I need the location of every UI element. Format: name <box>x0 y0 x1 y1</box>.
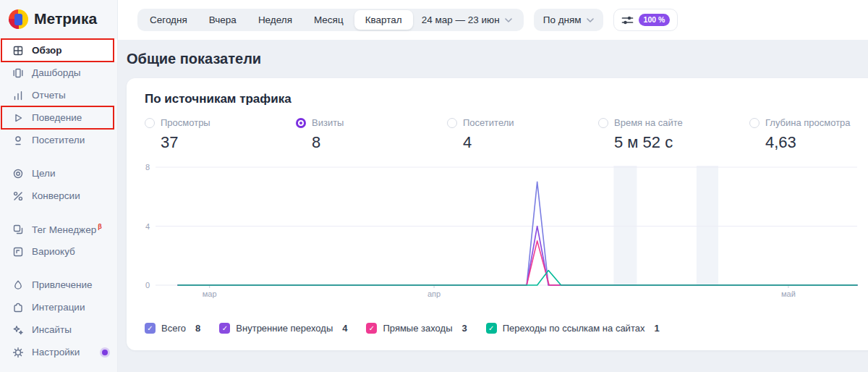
metric-visits[interactable]: Визиты 8 <box>296 117 447 152</box>
radio-unchecked-icon[interactable] <box>598 118 608 128</box>
svg-text:апр: апр <box>427 289 441 298</box>
checkbox-checked-icon[interactable]: ✓ <box>219 323 230 334</box>
granularity-selector[interactable]: По дням <box>534 9 603 31</box>
sidebar-item-label: Тег Менеджерβ <box>32 223 102 235</box>
sidebar-item-attraction[interactable]: Привлечение <box>0 274 117 296</box>
radio-unchecked-icon[interactable] <box>749 118 760 128</box>
checkbox-checked-icon[interactable]: ✓ <box>366 323 377 334</box>
sidebar-item-dashboards[interactable]: Дашборды <box>0 62 117 84</box>
sidebar-item-visitors[interactable]: Посетители <box>0 129 117 151</box>
granularity-label: По дням <box>543 14 582 25</box>
legend-value: 1 <box>654 323 659 334</box>
metrics-row: Просмотры 37 Визиты 8 Посетители 4 Время… <box>127 106 868 152</box>
play-icon <box>12 112 24 124</box>
gear-icon <box>12 347 24 358</box>
svg-text:май: май <box>781 289 796 298</box>
traffic-line-chart[interactable]: 048марапрмай <box>137 158 861 306</box>
main-area: Сегодня Вчера Неделя Месяц Квартал 24 ма… <box>118 0 868 372</box>
sampling-control[interactable]: 100 % <box>613 9 678 31</box>
sidebar-item-label: Поведение <box>32 112 82 123</box>
brand[interactable]: Метрика <box>0 0 117 38</box>
brand-name: Метрика <box>34 10 97 28</box>
sidebar-item-label: Отчеты <box>32 90 66 101</box>
tag-manager-icon <box>12 224 24 235</box>
metric-visitors[interactable]: Посетители 4 <box>447 117 598 152</box>
metric-value: 4,63 <box>765 133 868 152</box>
legend-value: 8 <box>195 323 200 334</box>
legend-value: 3 <box>461 323 467 334</box>
variocube-icon <box>12 246 24 258</box>
app-window: Метрика Обзор Дашборды Отчеты <box>0 0 868 372</box>
sparkles-icon <box>12 324 24 336</box>
bar-chart-icon <box>12 90 24 101</box>
sidebar-item-label: Конверсии <box>32 190 80 201</box>
metrica-logo-icon <box>9 9 28 29</box>
sidebar-item-label: Интеграции <box>32 302 85 313</box>
checkbox-checked-icon[interactable]: ✓ <box>145 323 156 334</box>
sidebar-item-goals[interactable]: Цели <box>0 162 117 185</box>
sidebar-item-label: Настройки <box>32 347 80 358</box>
metric-value: 4 <box>463 133 598 152</box>
date-range-selector[interactable]: 24 мар — 23 июн <box>413 14 522 25</box>
legend-item-total[interactable]: ✓ Всего 8 <box>145 323 200 334</box>
sidebar-item-label: Привлечение <box>32 279 93 290</box>
metric-depth[interactable]: Глубина просмотра 4,63 <box>749 117 868 152</box>
sidebar: Метрика Обзор Дашборды Отчеты <box>0 0 118 372</box>
sidebar-nav: Обзор Дашборды Отчеты Поведение <box>0 39 117 363</box>
legend-item-internal[interactable]: ✓ Внутренние переходы 4 <box>219 323 347 334</box>
legend-item-site-links[interactable]: ✓ Переходы по ссылкам на сайтах 1 <box>486 323 660 334</box>
sampling-badge: 100 % <box>639 14 671 26</box>
radio-checked-icon[interactable] <box>296 118 306 128</box>
sidebar-item-settings[interactable]: Настройки <box>0 341 117 363</box>
sidebar-item-label: Вариокуб <box>32 246 75 257</box>
tab-today[interactable]: Сегодня <box>139 10 198 30</box>
target-icon <box>12 168 24 179</box>
percent-icon <box>12 190 24 202</box>
svg-text:4: 4 <box>145 222 150 231</box>
radio-unchecked-icon[interactable] <box>145 118 155 128</box>
dashboards-icon <box>12 67 24 79</box>
chevron-down-icon <box>587 18 594 22</box>
sidebar-item-label: Цели <box>32 168 55 179</box>
radio-unchecked-icon[interactable] <box>447 118 457 128</box>
card-title: По источникам трафика <box>127 78 868 106</box>
sidebar-item-label: Инсайты <box>32 324 72 335</box>
sidebar-item-tag-manager[interactable]: Тег Менеджерβ <box>0 218 117 240</box>
tab-yesterday[interactable]: Вчера <box>198 10 247 30</box>
metric-value: 8 <box>312 133 447 152</box>
sidebar-item-label: Обзор <box>32 45 62 56</box>
legend-value: 4 <box>342 323 347 334</box>
sidebar-item-label: Дашборды <box>32 67 81 78</box>
date-range-tabs: Сегодня Вчера Неделя Месяц Квартал 24 ма… <box>137 9 524 31</box>
sidebar-item-reports[interactable]: Отчеты <box>0 84 117 106</box>
svg-text:мар: мар <box>203 289 217 298</box>
sidebar-item-insights[interactable]: Инсайты <box>0 318 117 341</box>
tab-quarter[interactable]: Квартал <box>354 10 413 30</box>
svg-text:0: 0 <box>145 281 150 289</box>
notification-dot <box>100 347 110 358</box>
beta-badge: β <box>98 223 102 230</box>
sidebar-item-overview[interactable]: Обзор <box>0 39 117 62</box>
sidebar-item-variocube[interactable]: Вариокуб <box>0 240 117 263</box>
flame-icon <box>12 279 24 291</box>
sliders-icon <box>621 15 634 25</box>
chevron-down-icon <box>505 18 512 22</box>
date-range-label: 24 мар — 23 июн <box>422 14 500 25</box>
svg-text:8: 8 <box>145 163 150 172</box>
person-icon <box>12 135 24 146</box>
metric-pageviews[interactable]: Просмотры 37 <box>145 117 296 152</box>
chart-legend: ✓ Всего 8 ✓ Внутренние переходы 4 ✓ Прям… <box>145 323 678 334</box>
sidebar-item-behavior[interactable]: Поведение <box>0 106 117 129</box>
puzzle-icon <box>12 302 24 313</box>
chart-area: 048марапрмай <box>137 158 861 306</box>
metric-value: 5 м 52 с <box>614 133 749 152</box>
sidebar-item-integrations[interactable]: Интеграции <box>0 296 117 318</box>
checkbox-checked-icon[interactable]: ✓ <box>486 323 497 334</box>
legend-item-direct[interactable]: ✓ Прямые заходы 3 <box>366 323 467 334</box>
page-title: Общие показатели <box>127 51 868 67</box>
tab-month[interactable]: Месяц <box>303 10 354 30</box>
sidebar-item-conversions[interactable]: Конверсии <box>0 185 117 207</box>
tab-week[interactable]: Неделя <box>247 10 303 30</box>
traffic-sources-card: По источникам трафика Просмотры 37 Визит… <box>127 78 868 350</box>
metric-time-on-site[interactable]: Время на сайте 5 м 52 с <box>598 117 749 152</box>
